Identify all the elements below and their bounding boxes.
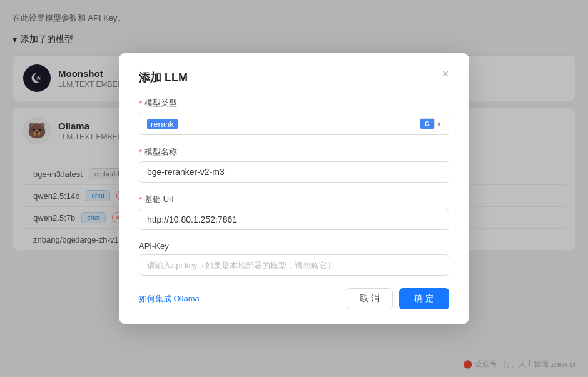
required-star: * [139,195,142,204]
form-group-name: * 模型名称 [139,146,449,183]
base-url-input[interactable] [139,209,449,230]
form-group-base-url: * 基础 Url [139,194,449,230]
ollama-integration-link[interactable]: 如何集成 Ollama [139,293,200,304]
required-star: * [139,99,142,108]
chevron-down-icon: ▾ [437,119,441,128]
required-star: * [139,148,142,157]
form-group-api-key: API-Key [139,241,449,276]
modal-footer: 如何集成 Ollama 取 消 确 定 [139,288,449,309]
translate-icon: G [420,118,435,129]
base-url-label: * 基础 Url [139,194,449,205]
confirm-button[interactable]: 确 定 [399,288,449,309]
modal-close-button[interactable]: × [437,65,454,83]
modal-action-buttons: 取 消 确 定 [347,288,449,309]
modal-title: 添加 LLM [139,70,449,85]
form-group-type: * 模型类型 rerank G ▾ [139,98,449,135]
name-label: * 模型名称 [139,146,449,158]
api-key-label: API-Key [139,241,449,251]
type-select-wrapper: rerank G ▾ [139,113,449,135]
api-key-input[interactable] [139,254,449,276]
add-llm-modal: 添加 LLM × * 模型类型 rerank G ▾ * [119,53,469,324]
type-select[interactable]: rerank G ▾ [139,113,449,135]
type-label: * 模型类型 [139,98,449,109]
cancel-button[interactable]: 取 消 [347,288,393,309]
modal-overlay: 添加 LLM × * 模型类型 rerank G ▾ * [0,0,588,377]
model-name-input[interactable] [139,161,449,183]
type-selected-value: rerank [147,119,178,129]
